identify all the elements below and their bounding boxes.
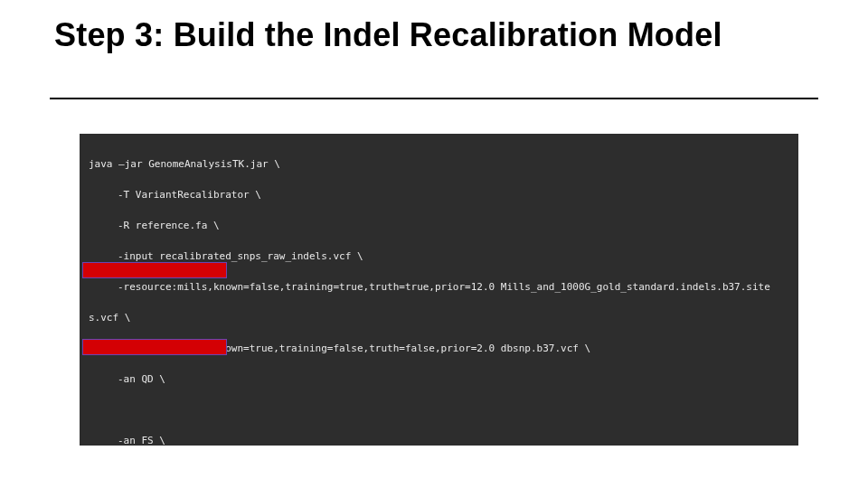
code-line: java –jar GenomeAnalysisTK.jar \ — [89, 156, 789, 172]
code-line: -R reference.fa \ — [89, 218, 789, 233]
slide: Step 3: Build the Indel Recalibration Mo… — [0, 0, 868, 488]
code-line-redacted — [89, 402, 789, 418]
redaction-box — [82, 262, 227, 278]
slide-title: Step 3: Build the Indel Recalibration Mo… — [54, 16, 796, 53]
code-line: -an QD \ — [89, 371, 789, 387]
redaction-box — [82, 339, 227, 355]
title-underline — [50, 98, 818, 99]
code-line: s.vcf \ — [89, 310, 789, 325]
code-line: -resource:mills,known=false,training=tru… — [89, 279, 789, 295]
code-line: -an FS \ — [89, 433, 789, 446]
code-block: java –jar GenomeAnalysisTK.jar \ -T Vari… — [80, 134, 798, 446]
code-line: -T VariantRecalibrator \ — [89, 187, 789, 202]
